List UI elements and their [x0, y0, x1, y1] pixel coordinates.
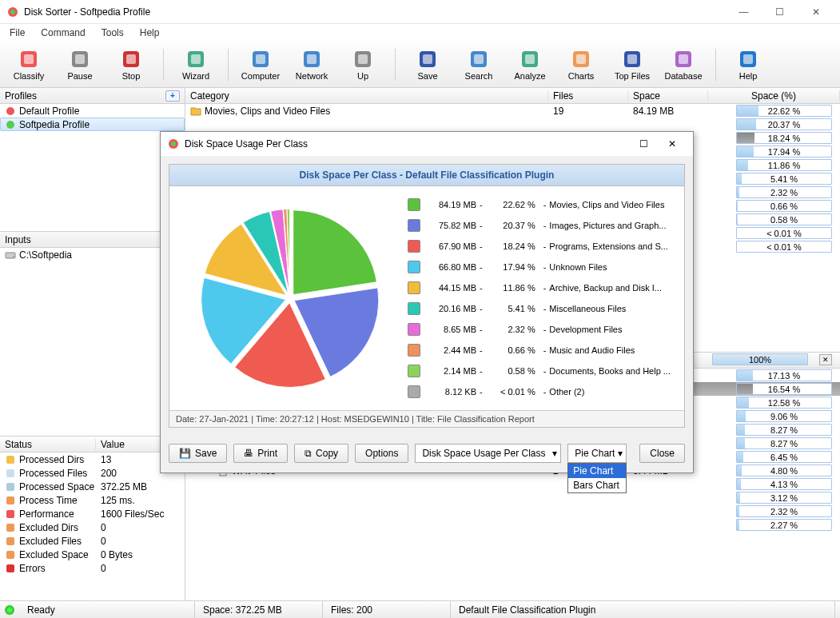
dialog-icon	[167, 138, 180, 150]
ext-pct-bar: 4.13 %	[736, 478, 832, 490]
report-type-combo[interactable]: Disk Space Usage Per Class▾	[415, 444, 561, 463]
toolbar-label: Wizard	[182, 71, 209, 81]
svg-point-30	[6, 107, 14, 115]
legend-row: 20.16 MB-5.41 %-Miscellaneous Files	[408, 298, 671, 319]
wizard-button[interactable]: Wizard	[173, 45, 218, 85]
close-ext-button[interactable]: ✕	[819, 354, 832, 365]
input-item[interactable]: C:\Softpedia	[0, 248, 185, 261]
legend-name: Development Files	[549, 325, 671, 334]
legend-pct: 17.94 %	[491, 262, 535, 272]
minimize-button[interactable]: —	[726, 1, 762, 23]
ext-pct-bar: 8.27 %	[736, 424, 832, 436]
pause-button[interactable]: Pause	[58, 45, 102, 85]
toolbar-label: Network	[296, 71, 328, 81]
chart-type-combo[interactable]: Pie Chart▾ Pie Chart Bars Chart	[567, 444, 627, 463]
col-files[interactable]: Files	[548, 90, 628, 102]
dlg-copy-button[interactable]: ⧉Copy	[294, 444, 348, 463]
topfiles-button[interactable]: Top Files	[610, 45, 655, 85]
col-space-pct[interactable]: Space (%)	[708, 90, 840, 102]
col-status[interactable]: Status	[0, 439, 96, 450]
profile-item[interactable]: Default Profile	[0, 104, 185, 118]
legend-pct: 0.66 %	[491, 345, 535, 355]
dlg-options-button[interactable]: Options	[355, 444, 408, 463]
status-row[interactable]: Excluded Files0	[0, 534, 185, 548]
status-value: 1600 Files/Sec	[96, 508, 185, 520]
status-value: 0	[96, 522, 185, 533]
menu-tools[interactable]: Tools	[95, 26, 130, 40]
profile-name: Default Profile	[19, 106, 79, 117]
toolbar-label: Help	[739, 71, 758, 81]
dropdown-option[interactable]: Pie Chart	[568, 464, 626, 478]
save-icon	[417, 49, 438, 70]
print-icon: 🖶	[244, 448, 253, 459]
col-space[interactable]: Space	[628, 90, 708, 102]
chart-legend: 84.19 MB-22.62 %-Movies, Clips and Video…	[398, 194, 671, 402]
maximize-button[interactable]: ☐	[762, 1, 798, 23]
add-profile-button[interactable]: +	[165, 90, 180, 102]
legend-row: 84.19 MB-22.62 %-Movies, Clips and Video…	[408, 194, 671, 215]
status-row[interactable]: Processed Files200	[0, 466, 185, 480]
col-category[interactable]: Category	[185, 90, 548, 102]
svg-rect-17	[423, 54, 432, 64]
network-button[interactable]: Network	[289, 45, 334, 85]
chart-dialog: Disk Space Usage Per Class ☐ ✕ Disk Spac…	[160, 131, 694, 473]
status-row[interactable]: Process Time125 ms.	[0, 493, 185, 507]
profile-icon	[5, 106, 16, 117]
category-space: 84.19 MB	[628, 106, 708, 117]
space-pct-bar: 0.66 %	[736, 200, 832, 212]
status-value: 0	[96, 536, 185, 547]
svg-rect-35	[6, 469, 14, 477]
dlg-save-button[interactable]: 💾Save	[169, 444, 227, 463]
error-icon	[5, 563, 16, 574]
legend-swatch	[408, 344, 420, 357]
ext-pct-bar: 3.12 %	[736, 492, 832, 504]
status-value: 125 ms.	[96, 495, 185, 506]
status-row[interactable]: Excluded Dirs0	[0, 520, 185, 534]
menu-command[interactable]: Command	[34, 26, 91, 40]
dialog-maximize-button[interactable]: ☐	[629, 134, 658, 154]
category-name: Movies, Clips and Video Files	[205, 106, 330, 117]
legend-row: 66.80 MB-17.94 %-Unknown Files	[408, 257, 671, 277]
computer-icon	[250, 49, 271, 70]
dlg-close-button[interactable]: Close	[639, 444, 685, 463]
legend-row: 8.12 KB-< 0.01 %-Other (2)	[408, 381, 671, 402]
legend-size: 75.82 MB	[428, 221, 476, 230]
computer-button[interactable]: Computer	[238, 45, 283, 85]
stop-button[interactable]: Stop	[109, 45, 153, 85]
search-button[interactable]: Search	[456, 45, 501, 85]
up-button[interactable]: Up	[340, 45, 385, 85]
analyze-button[interactable]: Analyze	[508, 45, 552, 85]
profile-item[interactable]: Softpedia Profile	[0, 118, 185, 131]
dropdown-option[interactable]: Bars Chart	[568, 478, 626, 492]
close-button[interactable]: ✕	[798, 1, 834, 23]
database-button[interactable]: Database	[661, 45, 706, 85]
stop-icon	[121, 49, 141, 70]
toolbar-label: Top Files	[615, 71, 650, 81]
status-row[interactable]: Processed Dirs13	[0, 453, 185, 466]
status-row[interactable]: Errors0	[0, 561, 185, 575]
status-value: 0 Bytes	[96, 549, 185, 560]
charts-icon	[571, 49, 591, 70]
status-row[interactable]: Processed Space372.25 MB	[0, 480, 185, 493]
status-plugin: Default File Classification Plugin	[451, 601, 835, 618]
profile-name: Softpedia Profile	[19, 119, 90, 130]
status-row[interactable]: Performance1600 Files/Sec	[0, 507, 185, 520]
space-pct-bar: 17.94 %	[736, 146, 832, 157]
status-ready: Ready	[19, 601, 195, 618]
category-files: 19	[548, 106, 628, 117]
profile-icon	[5, 119, 16, 130]
status-row[interactable]: Excluded Space0 Bytes	[0, 548, 185, 561]
charts-button[interactable]: Charts	[559, 45, 603, 85]
help-button[interactable]: Help	[726, 45, 770, 85]
save-button[interactable]: Save	[405, 45, 450, 85]
legend-swatch	[408, 198, 420, 211]
ext-pct-bar: 2.32 %	[736, 505, 832, 517]
classify-button[interactable]: Classify	[6, 45, 51, 85]
menu-file[interactable]: File	[3, 26, 31, 40]
help-icon	[738, 49, 758, 70]
pause-icon	[70, 49, 90, 70]
menu-help[interactable]: Help	[133, 26, 166, 40]
legend-name: Unknown Files	[549, 262, 671, 272]
dialog-close-button[interactable]: ✕	[658, 134, 687, 154]
dlg-print-button[interactable]: 🖶Print	[233, 444, 288, 463]
